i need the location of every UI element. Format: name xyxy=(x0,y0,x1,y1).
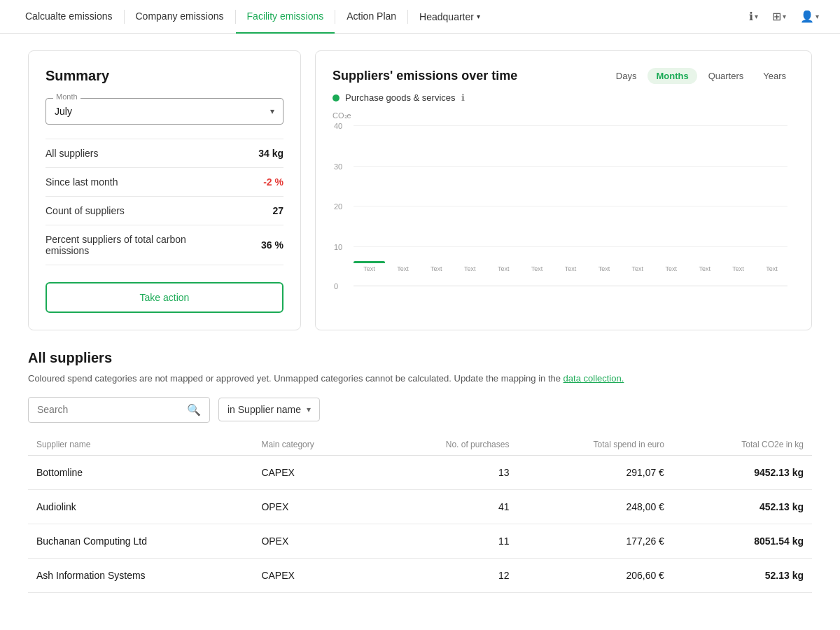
purchases-cell: 11 xyxy=(376,524,518,558)
y-axis-label: CO₂e xyxy=(332,111,351,120)
co2-cell: 452.13 kg xyxy=(673,489,812,524)
search-row: 🔍 in Supplier name ▾ xyxy=(28,397,812,423)
info-icon: ℹ xyxy=(749,10,753,23)
summary-row-since-last-month: Since last month -2 % xyxy=(46,168,284,197)
bar-label: Text xyxy=(766,265,778,272)
row-value: -2 % xyxy=(263,176,284,188)
take-action-button[interactable]: Take action xyxy=(46,282,284,313)
row-value: 27 xyxy=(272,205,284,216)
bar-wrap: Text xyxy=(555,263,587,272)
all-suppliers-section: All suppliers Coloured spend categories … xyxy=(28,350,812,593)
row-value: 34 kg xyxy=(258,148,284,159)
bar xyxy=(354,261,385,263)
bar-wrap: Text xyxy=(354,261,385,272)
col-spend: Total spend in euro xyxy=(517,434,672,456)
time-filter-years[interactable]: Years xyxy=(755,68,794,84)
bar-wrap: Text xyxy=(488,263,519,272)
bar-wrap: Text xyxy=(655,263,687,272)
row-value: 36 % xyxy=(261,239,284,251)
bar-wrap: Text xyxy=(722,263,754,272)
category-cell: CAPEX xyxy=(253,455,375,489)
bar-label: Text xyxy=(699,265,710,272)
chart-title: Suppliers' emissions over time xyxy=(332,69,517,83)
col-main-category: Main category xyxy=(253,434,375,456)
category-cell: OPEX xyxy=(253,489,375,524)
filter-select[interactable]: in Supplier name ▾ xyxy=(218,398,320,421)
time-filter-quarters[interactable]: Quarters xyxy=(700,68,752,84)
user-icon-group[interactable]: 👤 ▾ xyxy=(793,10,826,23)
summary-rows: All suppliers 34 kg Since last month -2 … xyxy=(46,139,284,265)
bar-label: Text xyxy=(430,265,442,272)
summary-row-percent: Percent suppliers of total carbon emissi… xyxy=(46,225,284,265)
bar-wrap: Text xyxy=(387,263,419,272)
notice-text: Coloured spend categories are not mapped… xyxy=(28,372,812,386)
spend-cell: 248,00 € xyxy=(517,489,672,524)
legend-dot xyxy=(332,94,340,102)
bar-wrap: Text xyxy=(622,263,653,272)
row-label: Percent suppliers of total carbon emissi… xyxy=(46,234,200,256)
search-box[interactable]: 🔍 xyxy=(28,397,210,423)
nav-item-company[interactable]: Company emissions xyxy=(125,0,235,34)
purchases-cell: 41 xyxy=(376,489,518,524)
spend-cell: 177,26 € xyxy=(517,524,672,558)
month-select-wrap[interactable]: Month July ▾ xyxy=(46,98,284,125)
summary-card: Summary Month July ▾ All suppliers 34 kg… xyxy=(28,50,301,330)
bar-label: Text xyxy=(531,265,543,272)
summary-row-all-suppliers: All suppliers 34 kg xyxy=(46,139,284,168)
info-chevron-icon: ▾ xyxy=(755,13,758,20)
summary-title: Summary xyxy=(46,68,284,84)
bar-label: Text xyxy=(666,265,678,272)
table-row: Audiolink OPEX 41 248,00 € 452.13 kg xyxy=(28,489,812,524)
table-header-row: Supplier name Main category No. of purch… xyxy=(28,434,812,456)
bar-label: Text xyxy=(464,265,476,272)
table-row: Buchanan Computing Ltd OPEX 11 177,26 € … xyxy=(28,524,812,558)
supplier-name-cell: Ash Information Systems xyxy=(28,558,253,592)
month-value: July xyxy=(55,106,72,117)
table-row: Bottomline CAPEX 13 291,07 € 9452.13 kg xyxy=(28,455,812,489)
nav-item-calculate[interactable]: Calcualte emissions xyxy=(14,0,124,34)
info-icon-group[interactable]: ℹ ▾ xyxy=(742,10,765,23)
bar-label: Text xyxy=(732,265,744,272)
bar-label: Text xyxy=(632,265,644,272)
bar-label: Text xyxy=(565,265,577,272)
month-chevron-icon: ▾ xyxy=(270,106,274,116)
chart-legend: Purchase goods & services ℹ xyxy=(332,92,794,103)
chart-area: CO₂e 40 30 20 10 xyxy=(332,111,794,307)
bars-container: Text Text Text xyxy=(354,125,788,286)
bar-wrap: Text xyxy=(689,263,720,272)
purchases-cell: 13 xyxy=(376,455,518,489)
nav-item-action[interactable]: Action Plan xyxy=(335,0,407,34)
bar-label: Text xyxy=(498,265,510,272)
co2-cell: 9452.13 kg xyxy=(673,455,812,489)
row-label: Since last month xyxy=(46,176,118,188)
col-purchases: No. of purchases xyxy=(376,434,518,456)
spend-cell: 291,07 € xyxy=(517,455,672,489)
bar-wrap: Text xyxy=(588,263,620,272)
category-cell: OPEX xyxy=(253,524,375,558)
time-filter-months[interactable]: Months xyxy=(648,68,696,84)
bar-wrap: Text xyxy=(756,263,788,272)
user-icon: 👤 xyxy=(800,10,814,23)
bar-label: Text xyxy=(397,265,409,272)
nav-location[interactable]: Headquarter ▾ xyxy=(408,0,491,34)
row-label: Count of suppliers xyxy=(46,205,125,216)
bar-label: Text xyxy=(363,265,375,272)
nav-item-facility[interactable]: Facility emissions xyxy=(236,0,335,34)
bar-wrap: Text xyxy=(421,263,452,272)
col-supplier-name: Supplier name xyxy=(28,434,253,456)
info-circle-icon[interactable]: ℹ xyxy=(461,92,465,103)
bar-label: Text xyxy=(598,265,610,272)
main-content: Summary Month July ▾ All suppliers 34 kg… xyxy=(0,34,840,610)
filter-chevron-icon: ▾ xyxy=(307,405,311,414)
spend-cell: 206,60 € xyxy=(517,558,672,592)
data-collection-link[interactable]: data collection. xyxy=(564,373,624,384)
row-label: All suppliers xyxy=(46,148,98,159)
supplier-name-cell: Bottomline xyxy=(28,455,253,489)
time-filter-days[interactable]: Days xyxy=(608,68,645,84)
grid-icon-group[interactable]: ⊞ ▾ xyxy=(765,10,793,23)
search-input[interactable] xyxy=(37,404,181,415)
supplier-name-cell: Audiolink xyxy=(28,489,253,524)
table-row: Ash Information Systems CAPEX 12 206,60 … xyxy=(28,558,812,592)
grid-chevron-icon: ▾ xyxy=(783,13,786,20)
month-field-label: Month xyxy=(53,92,80,101)
